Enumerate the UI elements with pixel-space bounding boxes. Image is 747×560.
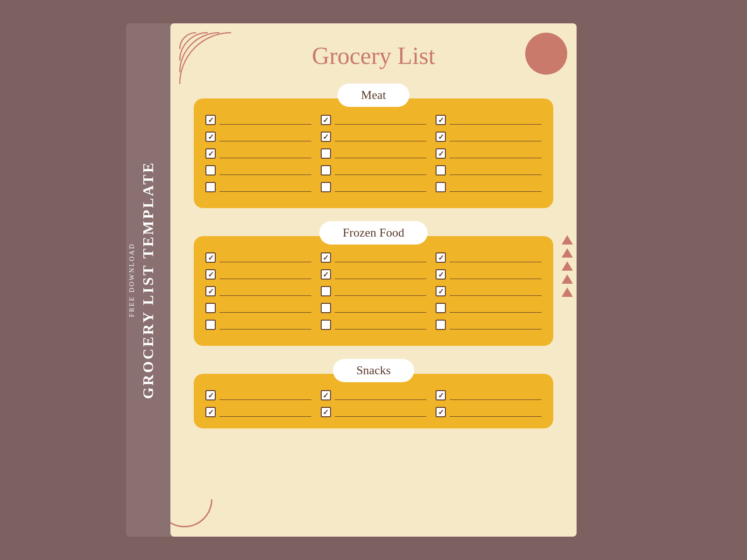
table-row	[321, 182, 427, 192]
snacks-grid	[205, 390, 542, 424]
checkbox[interactable]	[436, 390, 446, 400]
checkbox[interactable]	[436, 269, 446, 280]
item-line	[450, 166, 542, 175]
checkbox[interactable]	[436, 252, 446, 263]
table-row	[205, 182, 311, 192]
checkbox[interactable]	[321, 320, 331, 330]
table-row	[205, 115, 311, 125]
frozen-col-3	[436, 252, 542, 336]
table-row	[436, 320, 542, 330]
item-line	[450, 391, 542, 400]
checkbox[interactable]	[321, 115, 331, 125]
item-line	[335, 149, 427, 158]
table-row	[436, 269, 542, 280]
table-row	[321, 286, 427, 296]
checkbox[interactable]	[321, 407, 331, 417]
table-row	[436, 252, 542, 263]
section-snacks-title: Snacks	[333, 359, 414, 382]
item-line	[335, 320, 427, 329]
item-line	[219, 132, 311, 141]
checkbox[interactable]	[436, 165, 446, 175]
item-line	[450, 287, 542, 296]
frozen-col-1	[205, 252, 311, 336]
table-row	[436, 303, 542, 313]
table-row	[205, 286, 311, 296]
table-row	[436, 165, 542, 175]
checkbox[interactable]	[321, 303, 331, 313]
table-row	[321, 165, 427, 175]
checkbox[interactable]	[436, 132, 446, 142]
table-row	[205, 165, 311, 175]
sidebar-main-title: GROCERY LIST TEMPLATE	[140, 161, 157, 399]
item-line	[335, 407, 427, 417]
item-line	[219, 303, 311, 313]
item-line	[219, 253, 311, 262]
table-row	[436, 148, 542, 159]
item-line	[450, 407, 542, 417]
checkbox[interactable]	[436, 182, 446, 192]
triangle-2	[562, 248, 573, 258]
checkbox[interactable]	[436, 148, 446, 159]
item-line	[335, 253, 427, 262]
table-row	[321, 407, 427, 417]
table-row	[205, 407, 311, 417]
checkbox[interactable]	[321, 252, 331, 263]
item-line	[219, 320, 311, 329]
checkbox[interactable]	[205, 407, 216, 417]
checkbox[interactable]	[205, 115, 216, 125]
meat-col-1	[205, 115, 311, 199]
checkbox[interactable]	[205, 252, 216, 263]
item-line	[335, 115, 427, 125]
checkbox[interactable]	[321, 269, 331, 280]
checkbox[interactable]	[205, 390, 216, 400]
item-line	[219, 182, 311, 192]
item-line	[450, 253, 542, 262]
checkbox[interactable]	[436, 303, 446, 313]
deco-circle	[525, 33, 567, 75]
table-row	[205, 320, 311, 330]
item-line	[450, 132, 542, 141]
sidebar-free-download: FREE DOWNLOAD	[128, 243, 136, 317]
checkbox[interactable]	[205, 148, 216, 159]
table-row	[436, 390, 542, 400]
item-line	[219, 287, 311, 296]
table-row	[205, 269, 311, 280]
checkbox[interactable]	[436, 115, 446, 125]
checkbox[interactable]	[205, 286, 216, 296]
item-line	[219, 166, 311, 175]
deco-semicircle	[170, 499, 212, 527]
meat-grid	[205, 115, 542, 199]
main-page: Grocery List Meat	[170, 23, 577, 537]
checkbox[interactable]	[321, 132, 331, 142]
deco-arcs	[175, 28, 231, 84]
checkbox[interactable]	[436, 286, 446, 296]
checkbox[interactable]	[205, 165, 216, 175]
checkbox[interactable]	[205, 132, 216, 142]
item-line	[335, 132, 427, 141]
checkbox[interactable]	[321, 148, 331, 159]
table-row	[321, 320, 427, 330]
table-row	[205, 252, 311, 263]
checkbox[interactable]	[205, 303, 216, 313]
checkbox[interactable]	[205, 320, 216, 330]
table-row	[321, 115, 427, 125]
table-row	[205, 132, 311, 142]
item-line	[335, 303, 427, 313]
checkbox[interactable]	[321, 182, 331, 192]
item-line	[219, 270, 311, 279]
section-snacks-header: Snacks	[194, 359, 553, 382]
item-line	[450, 320, 542, 329]
table-row	[436, 132, 542, 142]
snacks-col-2	[321, 390, 427, 424]
checkbox[interactable]	[321, 286, 331, 296]
item-line	[335, 391, 427, 400]
checkbox[interactable]	[436, 320, 446, 330]
checkbox[interactable]	[205, 182, 216, 192]
snacks-col-1	[205, 390, 311, 424]
checkbox[interactable]	[321, 165, 331, 175]
table-row	[321, 269, 427, 280]
checkbox[interactable]	[205, 269, 216, 280]
checkbox[interactable]	[436, 407, 446, 417]
checkbox[interactable]	[321, 390, 331, 400]
item-line	[335, 166, 427, 175]
